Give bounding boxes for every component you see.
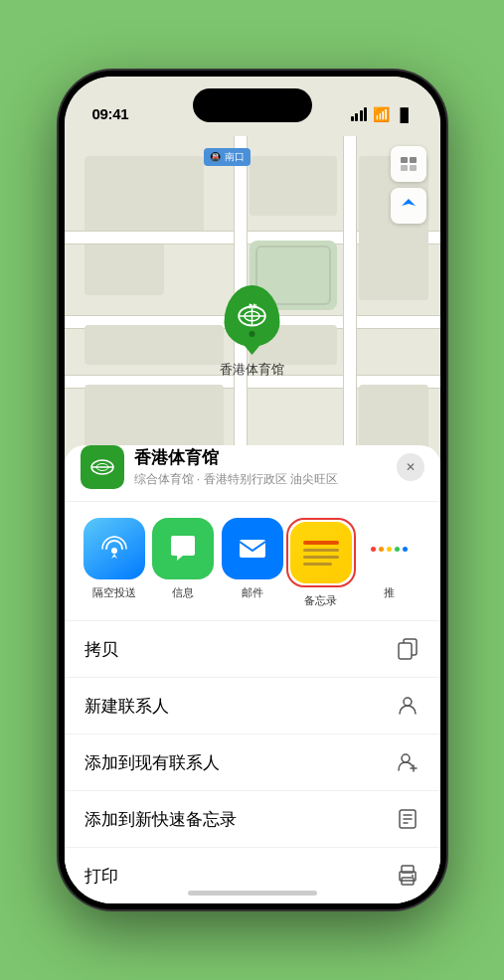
svg-rect-5: [253, 304, 254, 309]
new-contact-icon: [395, 693, 420, 719]
share-row: 隔空投送 信息: [65, 502, 440, 621]
share-item-messages[interactable]: 信息: [149, 518, 218, 608]
action-add-existing-label: 添加到现有联系人: [84, 751, 220, 774]
share-item-airdrop[interactable]: 隔空投送: [81, 518, 149, 608]
stadium-pin: [225, 285, 280, 347]
stadium-marker[interactable]: 香港体育馆: [220, 285, 284, 379]
status-time: 09:41: [92, 105, 129, 122]
svg-rect-8: [401, 157, 408, 163]
action-copy[interactable]: 拷贝: [65, 621, 440, 678]
action-list: 拷贝 新建联系人: [65, 621, 440, 903]
action-new-contact-label: 新建联系人: [84, 695, 169, 718]
mail-icon: [222, 518, 283, 579]
signal-icon: [351, 107, 368, 121]
location-icon: [81, 445, 124, 489]
action-add-note-label: 添加到新快速备忘录: [84, 808, 237, 831]
print-icon: [395, 863, 420, 889]
location-header: 香港体育馆 综合体育馆 · 香港特别行政区 油尖旺区 ✕: [65, 445, 440, 502]
svg-point-15: [111, 548, 117, 554]
action-add-note[interactable]: 添加到新快速备忘录: [65, 791, 440, 848]
share-item-mail[interactable]: 邮件: [218, 518, 286, 608]
action-add-existing[interactable]: 添加到现有联系人: [65, 735, 440, 791]
close-button[interactable]: ✕: [397, 453, 424, 481]
messages-label: 信息: [172, 585, 194, 600]
phone-screen: 09:41 📶 ▐▌: [65, 77, 440, 903]
location-button[interactable]: [391, 188, 426, 224]
wifi-icon: 📶: [373, 106, 390, 122]
battery-icon: ▐▌: [396, 107, 412, 122]
map-type-button[interactable]: [391, 146, 426, 182]
location-name: 香港体育馆: [134, 446, 387, 469]
action-copy-label: 拷贝: [84, 638, 118, 661]
status-icons: 📶 ▐▌: [351, 106, 413, 122]
more-dots: [371, 547, 408, 552]
copy-icon: [395, 636, 420, 662]
map-area[interactable]: 🚇 南口: [65, 77, 440, 494]
svg-rect-11: [410, 165, 417, 171]
dynamic-island: [193, 88, 312, 122]
svg-rect-10: [401, 165, 408, 171]
more-label: 推: [384, 585, 395, 600]
map-label-badge: 🚇 南口: [204, 148, 252, 166]
more-icon: [359, 518, 420, 579]
mail-label: 邮件: [242, 585, 263, 600]
location-arrow-icon: [400, 197, 418, 215]
notes-label: 备忘录: [304, 593, 337, 608]
stadium-dot: [250, 331, 255, 337]
bottom-sheet: 香港体育馆 综合体育馆 · 香港特别行政区 油尖旺区 ✕: [65, 445, 440, 903]
action-new-contact[interactable]: 新建联系人: [65, 678, 440, 735]
map-type-icon: [399, 154, 419, 174]
location-info: 香港体育馆 综合体育馆 · 香港特别行政区 油尖旺区: [134, 446, 387, 488]
phone-frame: 09:41 📶 ▐▌: [59, 71, 446, 909]
svg-point-19: [404, 698, 412, 706]
notes-lines: [303, 541, 339, 566]
share-item-more[interactable]: 推: [355, 518, 423, 608]
svg-rect-18: [399, 643, 412, 659]
location-stadium-icon: [87, 452, 117, 482]
home-indicator: [188, 891, 317, 896]
share-item-notes[interactable]: 备忘录: [286, 518, 355, 608]
notes-icon: [290, 522, 352, 583]
svg-point-30: [412, 875, 414, 877]
svg-rect-4: [250, 304, 251, 309]
stadium-svg-icon: [234, 297, 271, 335]
add-note-icon: [395, 806, 420, 832]
stadium-label: 香港体育馆: [220, 361, 284, 379]
add-existing-icon: [395, 749, 420, 775]
action-print-label: 打印: [84, 865, 118, 888]
airdrop-icon: [84, 518, 145, 579]
close-icon: ✕: [406, 460, 416, 474]
location-desc: 综合体育馆 · 香港特别行政区 油尖旺区: [134, 471, 387, 488]
svg-rect-16: [240, 540, 265, 558]
messages-icon: [152, 518, 214, 579]
airdrop-label: 隔空投送: [92, 585, 136, 600]
svg-point-20: [402, 754, 410, 762]
map-controls: [391, 146, 426, 230]
svg-rect-9: [410, 157, 417, 163]
